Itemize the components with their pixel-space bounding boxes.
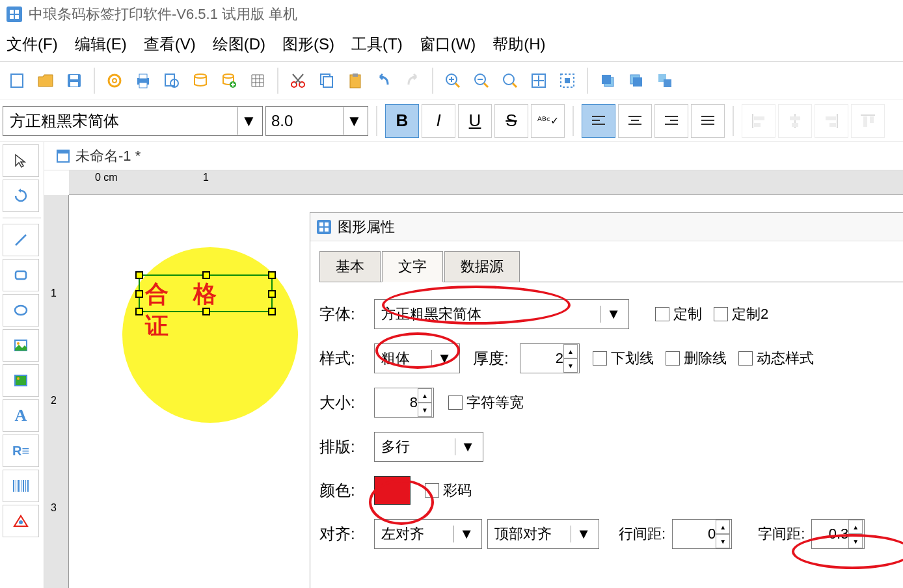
redo-icon[interactable] <box>399 68 425 94</box>
svg-rect-2 <box>15 10 19 14</box>
preview-icon[interactable] <box>159 68 185 94</box>
paste-icon[interactable] <box>342 68 368 94</box>
new-doc-icon[interactable] <box>4 68 30 94</box>
undo-icon[interactable] <box>371 68 397 94</box>
pointer-tool-icon[interactable] <box>3 144 39 177</box>
svg-rect-0 <box>7 7 22 22</box>
align-left-icon[interactable] <box>582 104 615 138</box>
front-icon[interactable] <box>595 68 621 94</box>
style-combo-value: 粗体 <box>381 349 410 368</box>
line-tool-icon[interactable] <box>3 224 39 256</box>
svg-rect-13 <box>139 83 147 88</box>
rotate-tool-icon[interactable] <box>3 180 39 212</box>
clone-icon[interactable] <box>652 68 678 94</box>
database-icon[interactable] <box>187 68 213 94</box>
image2-tool-icon[interactable] <box>3 364 39 397</box>
rect-tool-icon[interactable] <box>3 259 39 291</box>
zoom-out-icon[interactable] <box>468 68 494 94</box>
colorcode-checkbox[interactable]: 彩码 <box>425 481 472 500</box>
open-icon[interactable] <box>33 68 59 94</box>
print-icon[interactable] <box>130 68 156 94</box>
zoom-reset-icon[interactable] <box>497 68 523 94</box>
custom-checkbox[interactable]: 定制 <box>655 304 702 324</box>
ruler-mark: 3 <box>51 502 57 514</box>
canvas-area: 未命名-1 * 0 cm 1 1 2 3 合 格 证 <box>44 142 903 588</box>
size-value: 8.0 <box>271 112 293 130</box>
underline-checkbox[interactable]: 下划线 <box>593 349 654 368</box>
svg-rect-86 <box>25 480 26 492</box>
custom2-checkbox[interactable]: 定制2 <box>714 304 768 324</box>
copy-icon[interactable] <box>314 68 340 94</box>
properties-dialog: 图形属性 基本 文字 数据源 字体: 方正粗黑宋简体 ▼ <box>310 212 903 588</box>
doc-tab[interactable]: 未命名-1 * <box>44 142 903 170</box>
cut-icon[interactable] <box>285 68 311 94</box>
menu-edit[interactable]: 编辑(E) <box>75 34 127 56</box>
menu-view[interactable]: 查看(V) <box>144 34 196 56</box>
ruler-vertical[interactable]: 1 2 3 <box>44 195 69 588</box>
svg-rect-94 <box>319 228 323 232</box>
font-select[interactable]: 方正粗黑宋简体 ▼ <box>3 106 263 136</box>
image-tool-icon[interactable] <box>3 329 39 362</box>
style-combo[interactable]: 粗体 ▼ <box>374 343 460 373</box>
svg-rect-66 <box>790 116 800 120</box>
align-obj-top-icon[interactable] <box>851 104 885 138</box>
menu-help[interactable]: 帮助(H) <box>492 34 545 56</box>
strike-checkbox[interactable]: 删除线 <box>666 349 727 368</box>
weight-input[interactable]: 2 ▲▼ <box>520 343 580 373</box>
svg-point-78 <box>17 342 20 345</box>
barcode-tool-icon[interactable] <box>3 470 39 502</box>
svg-line-74 <box>16 235 26 245</box>
database-add-icon[interactable] <box>216 68 242 94</box>
align-obj-left-icon[interactable] <box>742 104 775 138</box>
align-justify-icon[interactable] <box>691 104 725 138</box>
font-size-select[interactable]: 8.0 ▼ <box>265 106 368 136</box>
menu-draw[interactable]: 绘图(D) <box>213 34 265 56</box>
align-center-icon[interactable] <box>618 104 652 138</box>
bold-button[interactable]: B <box>385 104 419 138</box>
back-icon[interactable] <box>623 68 649 94</box>
menu-shape[interactable]: 图形(S) <box>282 34 334 56</box>
strike-button[interactable]: S <box>494 104 528 138</box>
italic-button[interactable]: I <box>422 104 455 138</box>
menu-window[interactable]: 窗口(W) <box>420 34 476 56</box>
text-selection[interactable]: 合 格 证 <box>139 274 273 312</box>
tab-basic[interactable]: 基本 <box>319 251 381 282</box>
charspace-input[interactable]: 0.3 ▲▼ <box>811 519 865 549</box>
triangle-tool-icon[interactable] <box>3 505 39 537</box>
align-label: 对齐: <box>319 524 374 544</box>
align-obj-center-icon[interactable] <box>778 104 812 138</box>
align-obj-right-icon[interactable] <box>815 104 848 138</box>
dialog-titlebar[interactable]: 图形属性 <box>310 213 903 241</box>
tab-data[interactable]: 数据源 <box>444 251 520 282</box>
font-combo[interactable]: 方正粗黑宋简体 ▼ <box>374 299 629 329</box>
layout-value: 多行 <box>381 437 410 457</box>
tab-text[interactable]: 文字 <box>382 251 443 282</box>
menu-file[interactable]: 文件(F) <box>7 34 58 56</box>
tabs: 基本 文字 数据源 <box>310 241 903 282</box>
save-icon[interactable] <box>61 68 87 94</box>
spellcheck-icon[interactable]: ᴬᴮᶜ✓ <box>531 104 565 138</box>
svg-rect-5 <box>11 74 23 87</box>
zoom-in-icon[interactable] <box>440 68 466 94</box>
zoom-sel-icon[interactable] <box>554 68 580 94</box>
zoom-fit-icon[interactable] <box>526 68 552 94</box>
underline-button[interactable]: U <box>458 104 492 138</box>
color-swatch[interactable] <box>374 476 411 505</box>
linespace-input[interactable]: 0 ▲▼ <box>672 519 732 549</box>
ruler-horizontal[interactable]: 0 cm 1 <box>69 170 903 195</box>
layout-combo[interactable]: 多行 ▼ <box>374 432 483 462</box>
menu-tool[interactable]: 工具(T) <box>351 34 403 56</box>
halign-combo[interactable]: 左对齐 ▼ <box>374 519 482 549</box>
text-tool-icon[interactable]: A <box>3 399 39 432</box>
monospace-checkbox[interactable]: 字符等宽 <box>448 393 524 412</box>
size-input[interactable]: 8 ▲▼ <box>374 388 434 418</box>
valign-combo[interactable]: 顶部对齐 ▼ <box>487 519 599 549</box>
richtext-tool-icon[interactable]: R≡ <box>3 434 39 467</box>
dynamic-checkbox[interactable]: 动态样式 <box>738 349 814 368</box>
ellipse-tool-icon[interactable] <box>3 294 39 327</box>
grid-icon[interactable] <box>245 68 271 94</box>
settings-icon[interactable] <box>101 68 128 94</box>
align-right-icon[interactable] <box>654 104 688 138</box>
weight-label: 厚度: <box>473 348 520 369</box>
svg-rect-92 <box>319 222 323 226</box>
